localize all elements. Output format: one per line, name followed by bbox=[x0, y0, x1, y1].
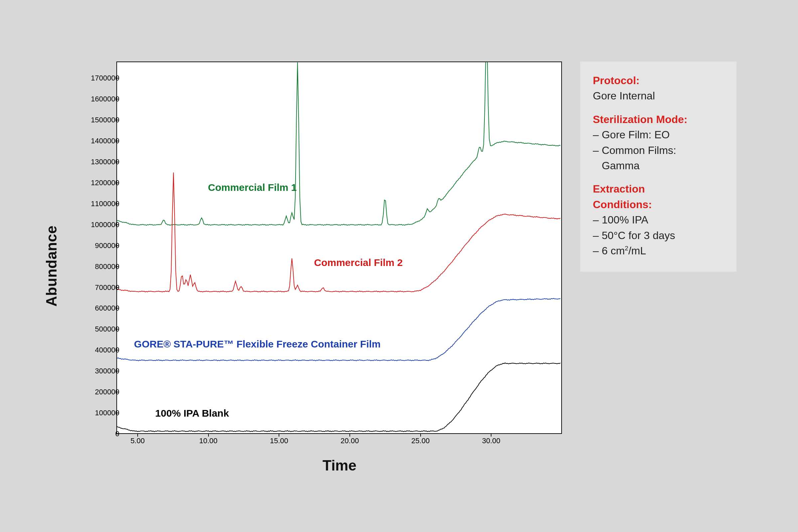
sterilization-item: – Common Films: bbox=[593, 142, 724, 158]
trace-gore-sta-pure-flexible-freeze-container-film bbox=[117, 298, 560, 361]
figure-frame: Abundance Time Commercial Film 1Commerci… bbox=[48, 48, 750, 484]
y-tick-label: 800000 bbox=[83, 262, 119, 271]
y-tick-label: 300000 bbox=[83, 367, 119, 375]
series-label: 100% IPA Blank bbox=[155, 407, 229, 419]
series-label: Commercial Film 1 bbox=[208, 182, 297, 193]
y-tick-label: 600000 bbox=[83, 304, 119, 312]
y-axis-label: Abundance bbox=[43, 225, 60, 307]
trace-100-ipa-blank bbox=[117, 363, 560, 432]
y-tick-label: 200000 bbox=[83, 388, 119, 396]
x-tick-label: 5.00 bbox=[130, 437, 145, 445]
y-tick-label: 1700000 bbox=[83, 74, 119, 82]
series-label: GORE® STA-PURE™ Flexible Freeze Containe… bbox=[134, 339, 381, 350]
plot-area: Commercial Film 1Commercial Film 2GORE® … bbox=[116, 61, 562, 434]
chromatogram-chart: Abundance Time Commercial Film 1Commerci… bbox=[61, 61, 567, 471]
extraction-item: – 6 cm2/mL bbox=[593, 243, 724, 258]
extraction-item: – 50°C for 3 days bbox=[593, 228, 724, 243]
y-tick-label: 900000 bbox=[83, 241, 119, 250]
x-axis-label: Time bbox=[323, 457, 357, 474]
x-tick-label: 15.00 bbox=[270, 437, 288, 445]
y-tick-label: 400000 bbox=[83, 346, 119, 355]
x-tick-label: 20.00 bbox=[341, 437, 359, 445]
trace-commercial-film-2 bbox=[117, 173, 560, 292]
y-tick-label: 1300000 bbox=[83, 158, 119, 166]
chart-traces bbox=[117, 62, 561, 433]
y-tick-label: 1200000 bbox=[83, 178, 119, 187]
protocol-heading: Protocol: bbox=[593, 73, 724, 88]
conditions-panel: Protocol: Gore Internal Sterilization Mo… bbox=[580, 61, 737, 272]
sterilization-item: – Gore Film: EO bbox=[593, 127, 724, 142]
y-tick-label: 1400000 bbox=[83, 137, 119, 145]
extraction-heading-1: Extraction bbox=[593, 181, 724, 196]
y-tick-label: 1600000 bbox=[83, 95, 119, 103]
x-tick-label: 10.00 bbox=[199, 437, 217, 445]
sterilization-heading: Sterilization Mode: bbox=[593, 112, 724, 127]
y-tick-label: 1500000 bbox=[83, 116, 119, 125]
protocol-value: Gore Internal bbox=[593, 88, 724, 103]
y-tick-label: 500000 bbox=[83, 325, 119, 334]
y-tick-label: 1100000 bbox=[83, 200, 119, 208]
y-tick-label: 1000000 bbox=[83, 221, 119, 229]
series-label: Commercial Film 2 bbox=[314, 257, 403, 268]
y-tick-label: 700000 bbox=[83, 283, 119, 292]
y-tick-label: 100000 bbox=[83, 408, 119, 417]
extraction-heading-2: Conditions: bbox=[593, 197, 724, 212]
x-tick-label: 30.00 bbox=[482, 437, 500, 445]
trace-commercial-film-1 bbox=[117, 62, 560, 225]
sterilization-item: Gamma bbox=[593, 158, 724, 173]
extraction-item: – 100% IPA bbox=[593, 212, 724, 227]
y-tick-label: 0 bbox=[83, 430, 119, 438]
x-tick-label: 25.00 bbox=[411, 437, 430, 445]
